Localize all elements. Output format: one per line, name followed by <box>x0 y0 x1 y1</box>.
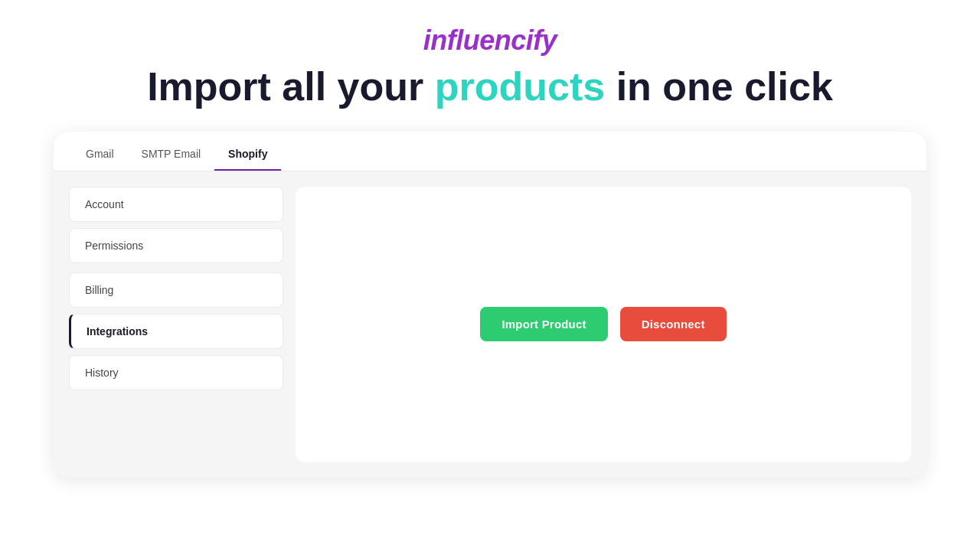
hero-suffix: in one click <box>605 64 833 109</box>
sidebar-item-account[interactable]: Account <box>69 187 283 222</box>
sidebar-item-billing[interactable]: Billing <box>69 272 283 308</box>
tabs-bar: Gmail SMTP Email Shopify <box>54 132 926 171</box>
main-card: Gmail SMTP Email Shopify Account Permiss… <box>54 132 926 478</box>
action-buttons: Import Product Disconnect <box>480 307 726 341</box>
sidebar-item-permissions[interactable]: Permissions <box>69 228 283 263</box>
import-product-button[interactable]: Import Product <box>480 307 607 341</box>
tab-gmail[interactable]: Gmail <box>72 137 128 171</box>
sidebar-item-integrations[interactable]: Integrations <box>69 314 283 349</box>
hero-title: Import all your products in one click <box>147 64 833 110</box>
tab-shopify[interactable]: Shopify <box>214 137 281 171</box>
sidebar-group-integrations: Integrations History <box>69 314 283 390</box>
header: influencify <box>0 0 980 64</box>
hero-highlight: products <box>435 64 605 109</box>
logo: influencify <box>423 24 557 57</box>
hero-prefix: Import all your <box>147 64 435 109</box>
sidebar-group-billing: Billing <box>69 272 283 308</box>
content-area: Import Product Disconnect <box>296 187 911 462</box>
disconnect-button[interactable]: Disconnect <box>620 307 727 341</box>
sidebar-item-history[interactable]: History <box>69 355 283 390</box>
sidebar: Account Permissions Billing Integrations… <box>69 187 283 462</box>
tab-smtp-email[interactable]: SMTP Email <box>128 137 215 171</box>
sidebar-group-account: Account Permissions <box>69 187 283 263</box>
card-body: Account Permissions Billing Integrations… <box>54 171 926 478</box>
